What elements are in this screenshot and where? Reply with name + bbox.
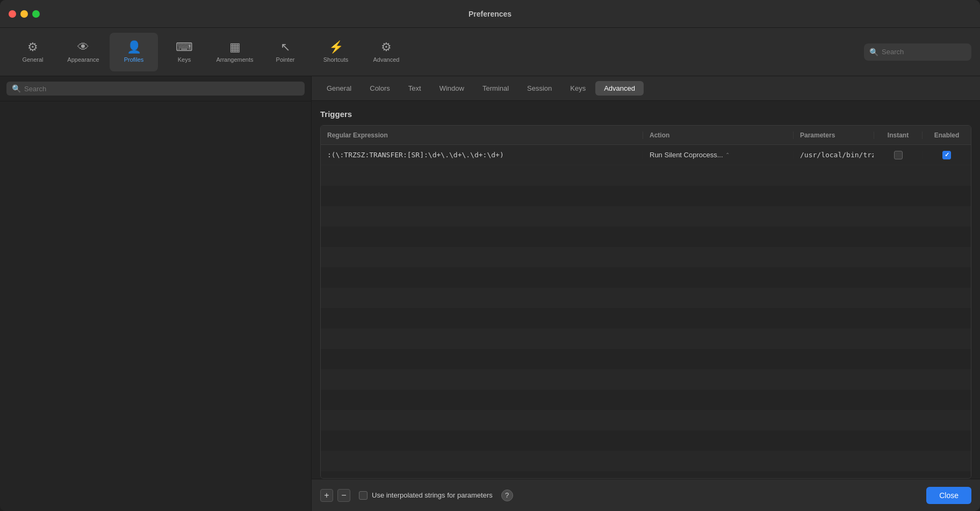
profiles-list[interactable] xyxy=(0,101,311,511)
search-input[interactable] xyxy=(882,48,966,56)
toolbar-label-shortcuts: Shortcuts xyxy=(323,56,348,63)
toolbar-item-profiles[interactable]: 👤 Profiles xyxy=(110,33,158,71)
window-title: Preferences xyxy=(469,10,511,18)
action-text: Run Silent Coprocess... xyxy=(650,151,723,159)
empty-row xyxy=(321,471,971,478)
col-header-regex: Regular Expression xyxy=(321,132,643,139)
subtab-session[interactable]: Session xyxy=(518,81,560,96)
cell-instant xyxy=(874,151,923,159)
main-panel: General Colors Text Window Terminal Sess… xyxy=(312,76,980,511)
bottom-bar: + − Use interpolated strings for paramet… xyxy=(312,479,980,511)
toolbar-item-general[interactable]: ⚙ General xyxy=(9,33,57,71)
add-remove-buttons: + − xyxy=(320,489,350,502)
traffic-lights xyxy=(9,10,40,18)
subtab-general[interactable]: General xyxy=(318,81,360,96)
titlebar: Preferences xyxy=(0,0,980,28)
empty-rows xyxy=(321,165,971,478)
empty-row xyxy=(321,349,971,369)
arrangements-icon: ▦ xyxy=(229,41,241,53)
empty-row xyxy=(321,267,971,288)
col-header-params: Parameters xyxy=(794,132,874,139)
toolbar-label-arrangements: Arrangements xyxy=(216,56,253,63)
pointer-icon: ↖ xyxy=(280,41,290,53)
instant-checkbox[interactable] xyxy=(894,151,903,159)
empty-row xyxy=(321,165,971,186)
toolbar-label-pointer: Pointer xyxy=(276,56,295,63)
cell-regex: :(\:TRZSZ:TRANSFER:[SR]:\d+\.\d+\.\d+:\d… xyxy=(321,151,643,159)
enabled-checkbox[interactable] xyxy=(942,151,951,159)
action-dropdown-icon[interactable]: ⌃ xyxy=(725,152,730,158)
close-button[interactable]: Close xyxy=(926,487,971,504)
subtab-colors[interactable]: Colors xyxy=(361,81,399,96)
profiles-sidebar: 🔍 xyxy=(0,76,312,511)
remove-button[interactable]: − xyxy=(337,489,350,502)
col-header-enabled: Enabled xyxy=(923,132,971,139)
search-icon: 🔍 xyxy=(869,48,878,56)
toolbar-item-arrangements[interactable]: ▦ Arrangements xyxy=(211,33,259,71)
empty-row xyxy=(321,451,971,471)
maximize-traffic-light[interactable] xyxy=(32,10,40,18)
empty-row xyxy=(321,410,971,430)
empty-row xyxy=(321,288,971,308)
triggers-content: Triggers Regular Expression Action Param… xyxy=(312,101,980,479)
toolbar-item-shortcuts[interactable]: ⚡ Shortcuts xyxy=(312,33,360,71)
subtab-terminal[interactable]: Terminal xyxy=(474,81,517,96)
interpolated-checkbox[interactable] xyxy=(359,491,367,500)
toolbar-label-general: General xyxy=(22,56,43,63)
toolbar-label-appearance: Appearance xyxy=(67,56,99,63)
subtabs-bar: General Colors Text Window Terminal Sess… xyxy=(312,76,980,101)
content-area: 🔍 General Colors Text Window xyxy=(0,76,980,511)
add-button[interactable]: + xyxy=(320,489,333,502)
sidebar-search-container: 🔍 xyxy=(0,76,311,101)
subtab-window[interactable]: Window xyxy=(431,81,473,96)
keyboard-icon: ⌨ xyxy=(176,41,193,53)
subtab-advanced[interactable]: Advanced xyxy=(595,81,644,96)
table-body: :(\:TRZSZ:TRANSFER:[SR]:\d+\.\d+\.\d+:\d… xyxy=(321,145,971,478)
eye-icon: 👁 xyxy=(77,41,89,53)
triggers-table: Regular Expression Action Parameters Ins… xyxy=(320,125,971,479)
toolbar-item-appearance[interactable]: 👁 Appearance xyxy=(59,33,107,71)
cell-action: Run Silent Coprocess... ⌃ xyxy=(643,151,794,159)
empty-row xyxy=(321,369,971,390)
interpolated-container: Use interpolated strings for parameters … xyxy=(359,490,513,501)
toolbar-item-pointer[interactable]: ↖ Pointer xyxy=(261,33,309,71)
main-toolbar: ⚙ General 👁 Appearance 👤 Profiles ⌨ Keys… xyxy=(0,28,980,76)
subtab-text[interactable]: Text xyxy=(400,81,430,96)
empty-row xyxy=(321,247,971,267)
toolbar-search[interactable]: 🔍 xyxy=(864,43,971,61)
empty-row xyxy=(321,227,971,247)
toolbar-item-advanced[interactable]: ⚙ Advanced xyxy=(362,33,410,71)
minimize-traffic-light[interactable] xyxy=(20,10,28,18)
empty-row xyxy=(321,186,971,206)
shortcuts-icon: ⚡ xyxy=(329,41,343,53)
empty-row xyxy=(321,430,971,451)
empty-row xyxy=(321,328,971,349)
table-header: Regular Expression Action Parameters Ins… xyxy=(321,126,971,145)
sidebar-search-icon: 🔍 xyxy=(12,84,21,93)
empty-row xyxy=(321,206,971,227)
empty-row xyxy=(321,308,971,328)
sidebar-search-inner[interactable]: 🔍 xyxy=(6,82,305,96)
cell-enabled xyxy=(923,151,971,159)
toolbar-label-profiles: Profiles xyxy=(124,56,144,63)
sidebar-search-input[interactable] xyxy=(24,85,299,93)
table-row[interactable]: :(\:TRZSZ:TRANSFER:[SR]:\d+\.\d+\.\d+:\d… xyxy=(321,145,971,165)
help-button[interactable]: ? xyxy=(501,490,513,501)
interpolated-label: Use interpolated strings for parameters xyxy=(372,491,493,499)
cell-params: /usr/local/bin/trzsz-iterm2 \1 xyxy=(794,151,874,159)
gear-icon: ⚙ xyxy=(27,41,38,53)
toolbar-label-keys: Keys xyxy=(178,56,191,63)
person-icon: 👤 xyxy=(127,41,141,53)
triggers-section-title: Triggers xyxy=(320,110,971,119)
toolbar-label-advanced: Advanced xyxy=(373,56,400,63)
subtab-keys[interactable]: Keys xyxy=(561,81,594,96)
toolbar-item-keys[interactable]: ⌨ Keys xyxy=(160,33,208,71)
advanced-icon: ⚙ xyxy=(381,41,392,53)
close-traffic-light[interactable] xyxy=(9,10,16,18)
empty-row xyxy=(321,390,971,410)
preferences-window: Preferences ⚙ General 👁 Appearance 👤 Pro… xyxy=(0,0,980,511)
col-header-action: Action xyxy=(643,132,794,139)
col-header-instant: Instant xyxy=(874,132,923,139)
